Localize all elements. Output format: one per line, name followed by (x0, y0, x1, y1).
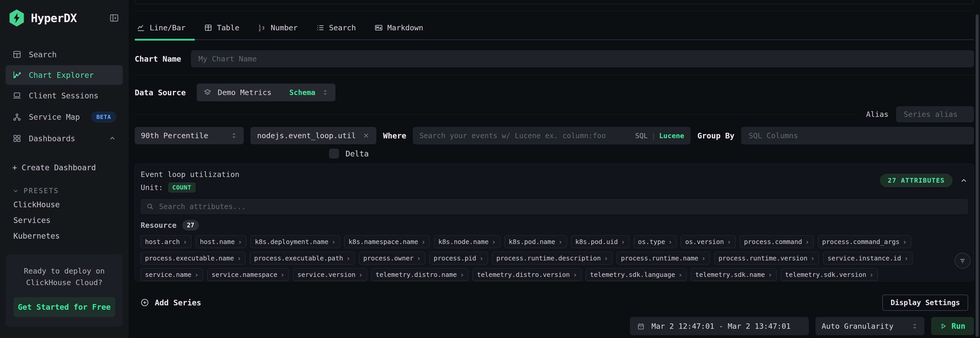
preset-item-clickhouse[interactable]: ClickHouse (6, 197, 123, 213)
attribute-chip[interactable]: process.runtime.description (492, 252, 612, 265)
time-range-picker[interactable]: Mar 2 12:47:01 - Mar 2 13:47:01 (630, 317, 809, 335)
chart-line-icon (12, 70, 22, 79)
metric-tag[interactable]: nodejs.event_loop.util (250, 127, 376, 144)
attribute-chip[interactable]: process.executable.path (250, 252, 355, 265)
resource-group-row: Resource 27 (141, 220, 968, 231)
tab-search[interactable]: Search (307, 17, 365, 39)
preset-item-services[interactable]: Services (6, 213, 123, 228)
chart-name-input[interactable] (191, 50, 974, 67)
plus-circle-icon (140, 298, 149, 307)
series-config-row: 90th Percentile nodejs.event_loop.util W… (135, 127, 974, 144)
granularity-value: Auto Granularity (822, 322, 893, 330)
attribute-chip[interactable]: telemetry.sdk.language (585, 268, 687, 281)
attribute-chip[interactable]: host.name (196, 235, 247, 248)
preset-item-kubernetes[interactable]: Kubernetes (6, 228, 123, 244)
metric-attributes-panel: Event loop utilization Unit: COUNT 27 AT… (135, 163, 974, 282)
search-icon (146, 203, 154, 210)
metric-description: Event loop utilization (141, 170, 239, 179)
floating-filter-button[interactable] (955, 253, 970, 269)
attribute-chip[interactable]: k8s.deployment.name (250, 235, 340, 248)
attribute-chip[interactable]: k8s.namespace.name (344, 235, 430, 248)
attribute-chip[interactable]: process.runtime.version (714, 252, 819, 265)
numbers-123-icon: 1 2 3 (258, 24, 266, 32)
attribute-chip[interactable]: host.arch (141, 235, 191, 248)
sql-toggle[interactable]: SQL (635, 132, 648, 140)
panel-title-block: Event loop utilization Unit: COUNT (141, 170, 239, 193)
attribute-chip[interactable]: telemetry.distro.name (371, 268, 468, 281)
attribute-chip[interactable]: telemetry.sdk.name (691, 268, 776, 281)
panel-header: Event loop utilization Unit: COUNT 27 AT… (141, 170, 968, 193)
attribute-search-wrap (141, 199, 968, 214)
attribute-search-input[interactable] (159, 202, 962, 211)
remove-metric-icon[interactable] (363, 132, 370, 139)
where-input-wrap: SQL | Lucene (413, 127, 690, 144)
calendar-icon (637, 322, 645, 330)
delta-checkbox[interactable] (329, 149, 339, 159)
cloud-card-text: Ready to deploy on ClickHouse Cloud? (13, 265, 115, 289)
display-settings-button[interactable]: Display Settings (882, 295, 968, 311)
beta-badge: BETA (91, 111, 116, 122)
sidebar-header: HyperDX (6, 8, 123, 28)
schema-link[interactable]: Schema (290, 88, 315, 97)
attribute-chip[interactable]: k8s.pod.name (504, 235, 567, 248)
attribute-chip[interactable]: process.owner (359, 252, 425, 265)
attribute-chip[interactable]: os.type (634, 235, 677, 248)
sidebar-item-chart-explorer[interactable]: Chart Explorer (6, 65, 123, 85)
sidebar-item-label: Chart Explorer (29, 71, 94, 79)
attribute-chip[interactable]: process.command_args (818, 235, 911, 248)
tab-line-bar[interactable]: Line/Bar (135, 17, 195, 39)
tab-markdown[interactable]: Markdown (365, 17, 433, 39)
tab-number[interactable]: 1 2 3 Number (248, 17, 307, 39)
data-source-select[interactable]: Demo Metrics Schema (197, 84, 336, 102)
attribute-chip[interactable]: service.instance.id (823, 252, 913, 265)
alias-input[interactable] (896, 106, 974, 122)
sidebar-nav: Search Chart Explorer Client Sessions (6, 45, 123, 148)
svg-text:2: 2 (259, 27, 261, 32)
dashboards-grid-icon (12, 134, 22, 143)
attribute-chip[interactable]: service.name (141, 268, 203, 281)
layers-icon (204, 88, 212, 97)
run-label: Run (951, 322, 965, 330)
select-chevrons-icon (321, 89, 329, 96)
attribute-chip[interactable]: process.pid (430, 252, 488, 265)
attribute-chip[interactable]: process.runtime.name (616, 252, 710, 265)
group-by-input[interactable] (741, 127, 974, 144)
get-started-button[interactable]: Get Started for Free (13, 297, 115, 317)
attribute-chip[interactable]: k8s.pod.uid (571, 235, 630, 248)
sidebar-item-search[interactable]: Search (6, 45, 123, 64)
attribute-chip[interactable]: os.version (681, 235, 735, 248)
sidebar-item-service-map[interactable]: Service Map BETA (6, 106, 123, 128)
chart-preview-partial (135, 0, 974, 4)
granularity-select[interactable]: Auto Granularity (816, 317, 924, 335)
add-series-button[interactable]: Add Series (140, 298, 201, 307)
attribute-chip[interactable]: process.executable.name (141, 252, 245, 265)
collapse-panel-chevron-icon[interactable] (960, 176, 968, 185)
lucene-toggle[interactable]: Lucene (659, 132, 684, 140)
table-icon (204, 24, 212, 32)
aggregation-select[interactable]: 90th Percentile (135, 127, 244, 144)
run-button[interactable]: Run (931, 317, 974, 335)
attribute-chip[interactable]: k8s.node.name (434, 235, 500, 248)
sidebar-item-label: Search (29, 50, 57, 59)
vertical-scrollbar[interactable] (976, 14, 979, 337)
sidebar-item-dashboards[interactable]: Dashboards (6, 129, 123, 148)
app-root: HyperDX Search (0, 0, 980, 338)
attribute-chip[interactable]: service.version (293, 268, 367, 281)
tab-table[interactable]: Table (195, 17, 248, 39)
attribute-chip[interactable]: process.command (740, 235, 814, 248)
list-icon (316, 24, 325, 32)
main-content: Line/Bar Table 1 2 3 Number (129, 0, 980, 338)
where-search-input[interactable] (419, 132, 629, 140)
presets-header[interactable]: PRESETS (6, 185, 123, 197)
attributes-badge-row: 27 ATTRIBUTES (880, 174, 968, 187)
attribute-chip[interactable]: service.namespace (207, 268, 289, 281)
attribute-chip[interactable]: telemetry.sdk.version (781, 268, 878, 281)
where-label: Where (383, 131, 406, 140)
sidebar-collapse-icon[interactable] (108, 12, 120, 24)
create-dashboard-button[interactable]: + Create Dashboard (6, 160, 123, 175)
attribute-chip[interactable]: telemetry.distro.version (473, 268, 582, 281)
sidebar-item-client-sessions[interactable]: Client Sessions (6, 86, 123, 105)
chart-name-row: Chart Name (135, 50, 974, 67)
bottom-bar: Mar 2 12:47:01 - Mar 2 13:47:01 Auto Gra… (135, 317, 974, 335)
add-series-label: Add Series (155, 298, 201, 307)
